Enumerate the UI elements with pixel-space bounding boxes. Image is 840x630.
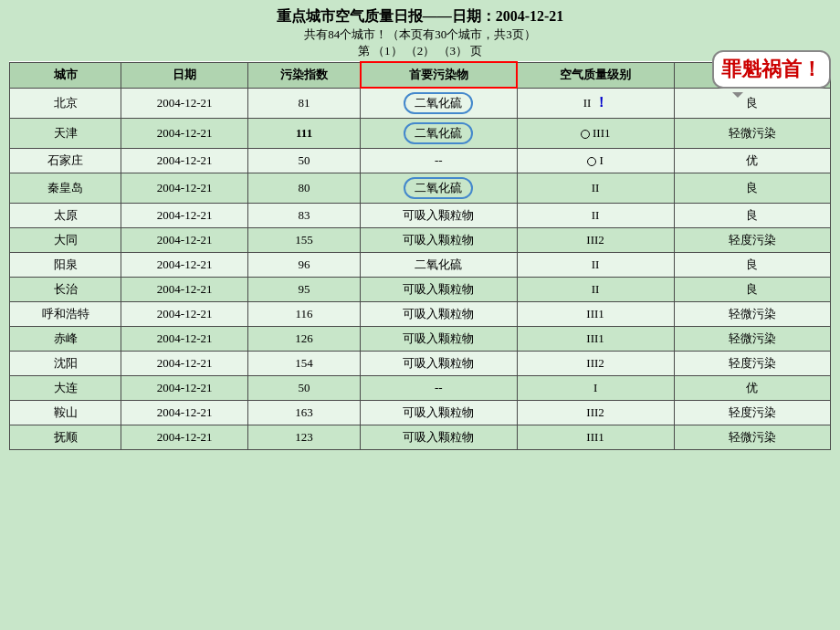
cell-date: 2004-12-21: [121, 278, 248, 302]
cell-city: 石家庄: [10, 149, 121, 173]
cell-status: 良: [674, 253, 830, 278]
cell-status: 良: [674, 204, 830, 228]
col-date: 日期: [121, 62, 248, 88]
table-row: 秦皇岛2004-12-2180二氧化硫II良: [10, 173, 831, 204]
cell-index: 50: [247, 376, 360, 401]
cell-city: 鞍山: [10, 401, 121, 425]
cell-city: 呼和浩特: [10, 302, 121, 327]
table-row: 沈阳2004-12-21154可吸入颗粒物III2轻度污染: [10, 352, 831, 376]
cell-status: 轻度污染: [674, 228, 830, 253]
cell-city: 大连: [10, 376, 121, 401]
cell-level: II: [517, 173, 674, 204]
cell-status: 良: [674, 173, 830, 204]
cell-date: 2004-12-21: [121, 401, 248, 425]
cell-index: 81: [247, 88, 360, 119]
header-row: 城市 日期 污染指数 首要污染物 空气质量级别 空气质量状况: [10, 62, 831, 88]
cell-city: 抚顺: [10, 425, 121, 450]
table-row: 大连2004-12-2150--I优: [10, 376, 831, 401]
cell-pollutant: 可吸入颗粒物: [361, 302, 517, 327]
cell-level: III1: [517, 425, 674, 450]
cell-pollutant: 可吸入颗粒物: [361, 425, 517, 450]
cell-index: 163: [247, 401, 360, 425]
cell-date: 2004-12-21: [121, 302, 248, 327]
cell-pollutant: --: [361, 376, 517, 401]
table-row: 阳泉2004-12-2196二氧化硫II良: [10, 253, 831, 278]
col-level: 空气质量级别: [517, 62, 674, 88]
cell-city: 天津: [10, 119, 121, 149]
cell-pollutant: 可吸入颗粒物: [361, 327, 517, 352]
cell-level: III1: [517, 302, 674, 327]
cell-level: II ！: [517, 88, 674, 119]
cell-index: 154: [247, 352, 360, 376]
cell-city: 阳泉: [10, 253, 121, 278]
cell-index: 80: [247, 173, 360, 204]
cell-level: III2: [517, 228, 674, 253]
table-row: 呼和浩特2004-12-21116可吸入颗粒物III1轻微污染: [10, 302, 831, 327]
cell-index: 111: [247, 119, 360, 149]
cell-date: 2004-12-21: [121, 425, 248, 450]
cell-level: III1: [517, 119, 674, 149]
cell-level: II: [517, 253, 674, 278]
cell-level: II: [517, 278, 674, 302]
table-row: 大同2004-12-21155可吸入颗粒物III2轻度污染: [10, 228, 831, 253]
cell-date: 2004-12-21: [121, 119, 248, 149]
table-row: 长治2004-12-2195可吸入颗粒物II良: [10, 278, 831, 302]
cell-index: 116: [247, 302, 360, 327]
table-row: 北京2004-12-2181二氧化硫II ！良: [10, 88, 831, 119]
cell-date: 2004-12-21: [121, 253, 248, 278]
col-city: 城市: [10, 62, 121, 88]
cell-date: 2004-12-21: [121, 88, 248, 119]
annotation-bubble: 罪魁祸首！: [712, 50, 831, 89]
cell-index: 95: [247, 278, 360, 302]
cell-index: 155: [247, 228, 360, 253]
cell-city: 长治: [10, 278, 121, 302]
table-row: 抚顺2004-12-21123可吸入颗粒物III1轻微污染: [10, 425, 831, 450]
cell-status: 优: [674, 376, 830, 401]
cell-pollutant: 二氧化硫: [361, 88, 517, 119]
cell-date: 2004-12-21: [121, 149, 248, 173]
cell-status: 轻微污染: [674, 327, 830, 352]
cell-date: 2004-12-21: [121, 327, 248, 352]
table-row: 石家庄2004-12-2150-- I优: [10, 149, 831, 173]
table-row: 太原2004-12-2183可吸入颗粒物II良: [10, 204, 831, 228]
cell-pollutant: 可吸入颗粒物: [361, 401, 517, 425]
cell-level: I: [517, 376, 674, 401]
cell-pollutant: 可吸入颗粒物: [361, 352, 517, 376]
cell-date: 2004-12-21: [121, 228, 248, 253]
table-row: 鞍山2004-12-21163可吸入颗粒物III2轻度污染: [10, 401, 831, 425]
cell-index: 50: [247, 149, 360, 173]
page-nav: 第 （1） （2） （3） 页: [277, 43, 564, 59]
cell-date: 2004-12-21: [121, 376, 248, 401]
cell-pollutant: 可吸入颗粒物: [361, 228, 517, 253]
cell-city: 大同: [10, 228, 121, 253]
cell-city: 秦皇岛: [10, 173, 121, 204]
table-body: 北京2004-12-2181二氧化硫II ！良天津2004-12-21111二氧…: [10, 88, 831, 450]
table-row: 赤峰2004-12-21126可吸入颗粒物III1轻微污染: [10, 327, 831, 352]
cell-level: III2: [517, 352, 674, 376]
cell-city: 沈阳: [10, 352, 121, 376]
cell-status: 轻微污染: [674, 119, 830, 149]
cell-level: I: [517, 149, 674, 173]
cell-status: 轻度污染: [674, 401, 830, 425]
subtitle: 共有84个城市！（本页有30个城市，共3页）: [277, 26, 564, 43]
cell-pollutant: 可吸入颗粒物: [361, 204, 517, 228]
cell-status: 优: [674, 149, 830, 173]
cell-pollutant: --: [361, 149, 517, 173]
col-pollutant: 首要污染物: [361, 62, 517, 88]
cell-date: 2004-12-21: [121, 173, 248, 204]
cell-index: 83: [247, 204, 360, 228]
cell-index: 123: [247, 425, 360, 450]
cell-level: III2: [517, 401, 674, 425]
cell-pollutant: 可吸入颗粒物: [361, 278, 517, 302]
air-quality-table: 城市 日期 污染指数 首要污染物 空气质量级别 空气质量状况 北京2004-12…: [9, 61, 831, 450]
cell-index: 96: [247, 253, 360, 278]
cell-level: III1: [517, 327, 674, 352]
cell-pollutant: 二氧化硫: [361, 253, 517, 278]
cell-status: 轻微污染: [674, 302, 830, 327]
cell-status: 良: [674, 88, 830, 119]
page-wrapper: 重点城市空气质量日报——日期：2004-12-21 共有84个城市！（本页有30…: [0, 0, 840, 630]
cell-date: 2004-12-21: [121, 352, 248, 376]
cell-status: 良: [674, 278, 830, 302]
col-index: 污染指数: [247, 62, 360, 88]
table-header: 城市 日期 污染指数 首要污染物 空气质量级别 空气质量状况: [10, 62, 831, 88]
